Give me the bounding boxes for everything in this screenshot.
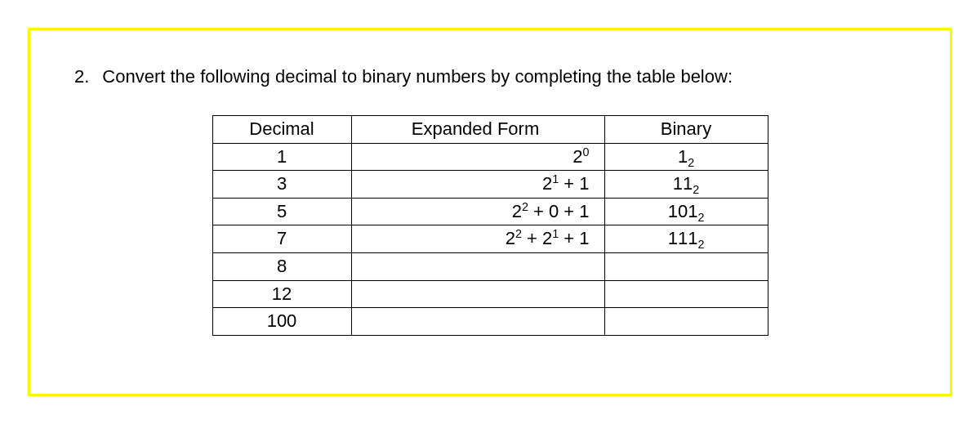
question-frame: 2. Convert the following decimal to bina… [28, 28, 952, 396]
table-header-row: Decimal Expanded Form Binary [212, 116, 768, 144]
cell-binary: 12 [604, 143, 768, 171]
cell-expanded [351, 252, 604, 280]
cell-decimal: 8 [212, 252, 351, 280]
table-row: 7 22 + 21 + 1 1112 [212, 225, 768, 253]
cell-binary [604, 252, 768, 280]
cell-binary [604, 308, 768, 336]
header-binary: Binary [604, 116, 768, 144]
question-prompt: Convert the following decimal to binary … [102, 66, 733, 87]
cell-binary: 1012 [604, 198, 768, 225]
cell-expanded: 21 + 1 [351, 171, 604, 199]
cell-binary [604, 280, 768, 308]
question-line: 2. Convert the following decimal to bina… [58, 66, 922, 87]
table-row: 5 22 + 0 + 1 1012 [212, 198, 768, 225]
table-row: 3 21 + 1 112 [212, 171, 768, 199]
question-number: 2. [74, 66, 89, 87]
cell-expanded: 22 + 21 + 1 [351, 225, 604, 253]
table-row: 8 [212, 252, 768, 280]
table-row: 1 20 12 [212, 143, 768, 171]
cell-expanded: 20 [351, 143, 604, 171]
table-row: 100 [212, 308, 768, 336]
cell-binary: 112 [604, 171, 768, 199]
table-row: 12 [212, 280, 768, 308]
cell-decimal: 12 [212, 280, 351, 308]
cell-decimal: 7 [212, 225, 351, 253]
cell-decimal: 1 [212, 143, 351, 171]
cell-decimal: 5 [212, 198, 351, 225]
conversion-table: Decimal Expanded Form Binary 1 20 12 3 2… [212, 115, 768, 336]
header-expanded: Expanded Form [351, 116, 604, 144]
cell-expanded: 22 + 0 + 1 [351, 198, 604, 225]
cell-expanded [351, 308, 604, 336]
cell-binary: 1112 [604, 225, 768, 253]
cell-expanded [351, 280, 604, 308]
cell-decimal: 3 [212, 171, 351, 199]
cell-decimal: 100 [212, 308, 351, 336]
header-decimal: Decimal [212, 116, 351, 144]
